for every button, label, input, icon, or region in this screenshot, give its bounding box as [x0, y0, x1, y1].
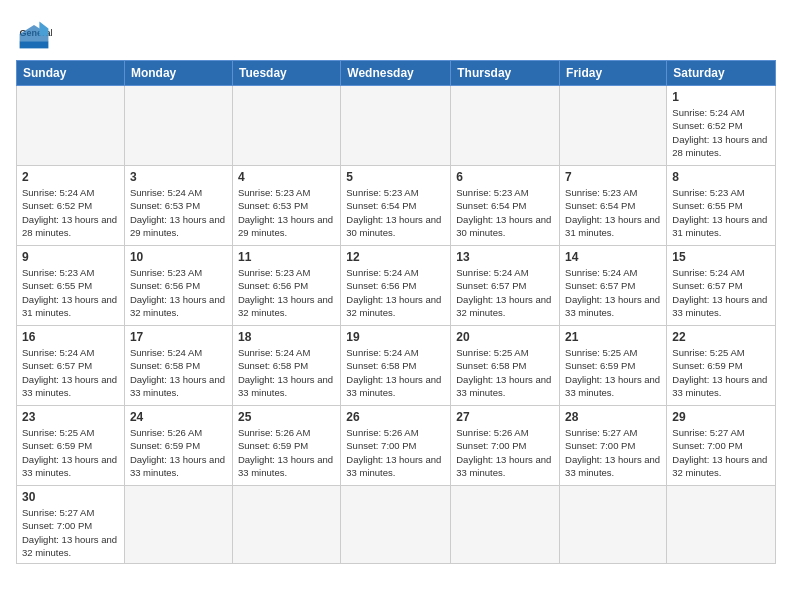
day-number: 11: [238, 250, 335, 264]
calendar-cell: 21Sunrise: 5:25 AM Sunset: 6:59 PM Dayli…: [560, 326, 667, 406]
day-number: 21: [565, 330, 661, 344]
calendar-cell: 8Sunrise: 5:23 AM Sunset: 6:55 PM Daylig…: [667, 166, 776, 246]
calendar-cell: 14Sunrise: 5:24 AM Sunset: 6:57 PM Dayli…: [560, 246, 667, 326]
calendar-cell: 30Sunrise: 5:27 AM Sunset: 7:00 PM Dayli…: [17, 486, 125, 564]
day-number: 25: [238, 410, 335, 424]
calendar-cell: [341, 486, 451, 564]
day-number: 8: [672, 170, 770, 184]
day-number: 27: [456, 410, 554, 424]
day-number: 10: [130, 250, 227, 264]
weekday-header-sunday: Sunday: [17, 61, 125, 86]
calendar-cell: 9Sunrise: 5:23 AM Sunset: 6:55 PM Daylig…: [17, 246, 125, 326]
week-row-6: 30Sunrise: 5:27 AM Sunset: 7:00 PM Dayli…: [17, 486, 776, 564]
day-sun-info: Sunrise: 5:26 AM Sunset: 7:00 PM Dayligh…: [456, 426, 554, 479]
calendar-cell: 3Sunrise: 5:24 AM Sunset: 6:53 PM Daylig…: [124, 166, 232, 246]
day-sun-info: Sunrise: 5:23 AM Sunset: 6:54 PM Dayligh…: [346, 186, 445, 239]
day-sun-info: Sunrise: 5:24 AM Sunset: 6:57 PM Dayligh…: [22, 346, 119, 399]
weekday-header-wednesday: Wednesday: [341, 61, 451, 86]
day-sun-info: Sunrise: 5:27 AM Sunset: 7:00 PM Dayligh…: [672, 426, 770, 479]
day-number: 6: [456, 170, 554, 184]
day-sun-info: Sunrise: 5:23 AM Sunset: 6:54 PM Dayligh…: [565, 186, 661, 239]
calendar-cell: [451, 486, 560, 564]
day-sun-info: Sunrise: 5:25 AM Sunset: 6:59 PM Dayligh…: [672, 346, 770, 399]
weekday-header-tuesday: Tuesday: [232, 61, 340, 86]
calendar-cell: 15Sunrise: 5:24 AM Sunset: 6:57 PM Dayli…: [667, 246, 776, 326]
day-number: 28: [565, 410, 661, 424]
day-sun-info: Sunrise: 5:24 AM Sunset: 6:57 PM Dayligh…: [456, 266, 554, 319]
day-sun-info: Sunrise: 5:23 AM Sunset: 6:54 PM Dayligh…: [456, 186, 554, 239]
day-sun-info: Sunrise: 5:26 AM Sunset: 6:59 PM Dayligh…: [130, 426, 227, 479]
day-number: 19: [346, 330, 445, 344]
day-sun-info: Sunrise: 5:23 AM Sunset: 6:56 PM Dayligh…: [130, 266, 227, 319]
calendar-cell: [232, 486, 340, 564]
calendar-cell: 13Sunrise: 5:24 AM Sunset: 6:57 PM Dayli…: [451, 246, 560, 326]
day-sun-info: Sunrise: 5:23 AM Sunset: 6:55 PM Dayligh…: [672, 186, 770, 239]
general-blue-logo-icon: General: [16, 16, 52, 52]
calendar-cell: 1Sunrise: 5:24 AM Sunset: 6:52 PM Daylig…: [667, 86, 776, 166]
calendar-cell: 20Sunrise: 5:25 AM Sunset: 6:58 PM Dayli…: [451, 326, 560, 406]
day-sun-info: Sunrise: 5:24 AM Sunset: 6:57 PM Dayligh…: [565, 266, 661, 319]
day-sun-info: Sunrise: 5:23 AM Sunset: 6:53 PM Dayligh…: [238, 186, 335, 239]
calendar-cell: 11Sunrise: 5:23 AM Sunset: 6:56 PM Dayli…: [232, 246, 340, 326]
calendar-cell: [17, 86, 125, 166]
day-sun-info: Sunrise: 5:24 AM Sunset: 6:52 PM Dayligh…: [22, 186, 119, 239]
calendar-cell: 18Sunrise: 5:24 AM Sunset: 6:58 PM Dayli…: [232, 326, 340, 406]
week-row-5: 23Sunrise: 5:25 AM Sunset: 6:59 PM Dayli…: [17, 406, 776, 486]
weekday-header-friday: Friday: [560, 61, 667, 86]
week-row-4: 16Sunrise: 5:24 AM Sunset: 6:57 PM Dayli…: [17, 326, 776, 406]
calendar-cell: 23Sunrise: 5:25 AM Sunset: 6:59 PM Dayli…: [17, 406, 125, 486]
day-number: 14: [565, 250, 661, 264]
day-sun-info: Sunrise: 5:24 AM Sunset: 6:52 PM Dayligh…: [672, 106, 770, 159]
day-sun-info: Sunrise: 5:23 AM Sunset: 6:55 PM Dayligh…: [22, 266, 119, 319]
calendar-cell: 25Sunrise: 5:26 AM Sunset: 6:59 PM Dayli…: [232, 406, 340, 486]
calendar-cell: 29Sunrise: 5:27 AM Sunset: 7:00 PM Dayli…: [667, 406, 776, 486]
day-number: 15: [672, 250, 770, 264]
calendar-cell: 12Sunrise: 5:24 AM Sunset: 6:56 PM Dayli…: [341, 246, 451, 326]
calendar-cell: [667, 486, 776, 564]
calendar-cell: [560, 486, 667, 564]
day-number: 12: [346, 250, 445, 264]
day-sun-info: Sunrise: 5:24 AM Sunset: 6:58 PM Dayligh…: [238, 346, 335, 399]
weekday-header-saturday: Saturday: [667, 61, 776, 86]
day-sun-info: Sunrise: 5:24 AM Sunset: 6:53 PM Dayligh…: [130, 186, 227, 239]
day-number: 20: [456, 330, 554, 344]
calendar-cell: 6Sunrise: 5:23 AM Sunset: 6:54 PM Daylig…: [451, 166, 560, 246]
calendar-cell: [124, 86, 232, 166]
day-number: 23: [22, 410, 119, 424]
calendar-cell: [341, 86, 451, 166]
calendar-cell: 22Sunrise: 5:25 AM Sunset: 6:59 PM Dayli…: [667, 326, 776, 406]
calendar-cell: 19Sunrise: 5:24 AM Sunset: 6:58 PM Dayli…: [341, 326, 451, 406]
day-sun-info: Sunrise: 5:26 AM Sunset: 6:59 PM Dayligh…: [238, 426, 335, 479]
day-sun-info: Sunrise: 5:24 AM Sunset: 6:58 PM Dayligh…: [130, 346, 227, 399]
day-number: 29: [672, 410, 770, 424]
week-row-2: 2Sunrise: 5:24 AM Sunset: 6:52 PM Daylig…: [17, 166, 776, 246]
calendar-cell: [232, 86, 340, 166]
calendar-cell: 27Sunrise: 5:26 AM Sunset: 7:00 PM Dayli…: [451, 406, 560, 486]
calendar-cell: 2Sunrise: 5:24 AM Sunset: 6:52 PM Daylig…: [17, 166, 125, 246]
calendar-cell: 5Sunrise: 5:23 AM Sunset: 6:54 PM Daylig…: [341, 166, 451, 246]
calendar-cell: 26Sunrise: 5:26 AM Sunset: 7:00 PM Dayli…: [341, 406, 451, 486]
day-sun-info: Sunrise: 5:27 AM Sunset: 7:00 PM Dayligh…: [565, 426, 661, 479]
calendar-cell: 28Sunrise: 5:27 AM Sunset: 7:00 PM Dayli…: [560, 406, 667, 486]
calendar-cell: 17Sunrise: 5:24 AM Sunset: 6:58 PM Dayli…: [124, 326, 232, 406]
day-number: 17: [130, 330, 227, 344]
day-sun-info: Sunrise: 5:25 AM Sunset: 6:58 PM Dayligh…: [456, 346, 554, 399]
svg-marker-2: [20, 41, 49, 48]
week-row-1: 1Sunrise: 5:24 AM Sunset: 6:52 PM Daylig…: [17, 86, 776, 166]
day-number: 3: [130, 170, 227, 184]
day-number: 26: [346, 410, 445, 424]
day-number: 5: [346, 170, 445, 184]
day-number: 24: [130, 410, 227, 424]
page-header: General: [16, 16, 776, 52]
day-sun-info: Sunrise: 5:26 AM Sunset: 7:00 PM Dayligh…: [346, 426, 445, 479]
weekday-header-monday: Monday: [124, 61, 232, 86]
day-sun-info: Sunrise: 5:27 AM Sunset: 7:00 PM Dayligh…: [22, 506, 119, 559]
calendar-cell: 24Sunrise: 5:26 AM Sunset: 6:59 PM Dayli…: [124, 406, 232, 486]
calendar-cell: 7Sunrise: 5:23 AM Sunset: 6:54 PM Daylig…: [560, 166, 667, 246]
day-number: 16: [22, 330, 119, 344]
day-number: 22: [672, 330, 770, 344]
day-number: 18: [238, 330, 335, 344]
day-sun-info: Sunrise: 5:25 AM Sunset: 6:59 PM Dayligh…: [565, 346, 661, 399]
calendar-header-row: SundayMondayTuesdayWednesdayThursdayFrid…: [17, 61, 776, 86]
calendar-table: SundayMondayTuesdayWednesdayThursdayFrid…: [16, 60, 776, 564]
